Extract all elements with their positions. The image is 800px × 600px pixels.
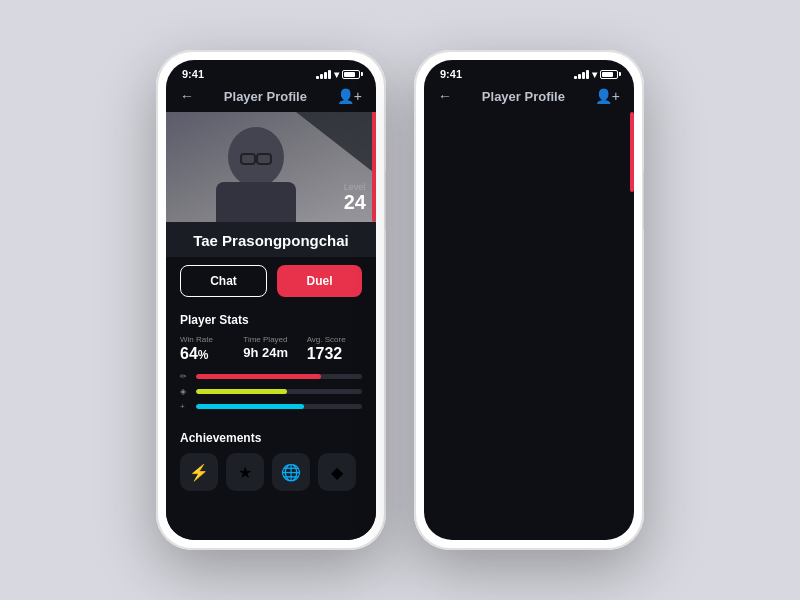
svg-rect-3 bbox=[216, 182, 296, 222]
status-icons-right: ▾ bbox=[574, 69, 618, 80]
stats-section: Player Stats Win Rate 64% Time Played 9h… bbox=[166, 305, 376, 423]
battery-icon-right bbox=[600, 70, 618, 79]
level-badge: Level 24 bbox=[344, 182, 366, 212]
star-icon: ★ bbox=[238, 463, 252, 482]
player-name: Tae Prasongpongchai bbox=[180, 232, 362, 249]
player-name-section: Tae Prasongpongchai bbox=[166, 222, 376, 257]
progress-row-defense: ◈ bbox=[180, 387, 362, 396]
back-button[interactable]: ← bbox=[180, 88, 194, 104]
right-phone-screen: 9:41 ▾ ← Player Profile bbox=[424, 60, 634, 540]
time-played-label: Time Played bbox=[243, 335, 298, 344]
achievement-layers[interactable]: ◆ bbox=[318, 453, 356, 491]
globe-icon: 🌐 bbox=[281, 463, 301, 482]
level-number: 24 bbox=[344, 192, 366, 212]
wifi-icon-right: ▾ bbox=[592, 69, 597, 80]
support-icon: + bbox=[180, 402, 190, 411]
achievements-section: Achievements ⚡ ★ 🌐 ◆ bbox=[166, 423, 376, 540]
left-phone: 9:41 ▾ ← Player Profile bbox=[156, 50, 386, 550]
battery-fill bbox=[344, 72, 355, 77]
chat-button[interactable]: Chat bbox=[180, 265, 267, 297]
signal-icon bbox=[316, 70, 331, 79]
duel-button[interactable]: Duel bbox=[277, 265, 362, 297]
defense-fill bbox=[196, 389, 287, 394]
avg-score-value: 1732 bbox=[307, 346, 362, 362]
achievement-star[interactable]: ★ bbox=[226, 453, 264, 491]
win-rate-label: Win Rate bbox=[180, 335, 235, 344]
attack-fill bbox=[196, 374, 321, 379]
time-played-value: 9h 24m bbox=[243, 346, 298, 359]
signal-icon-right bbox=[574, 70, 589, 79]
page-title: Player Profile bbox=[224, 89, 307, 104]
layers-icon: ◆ bbox=[331, 463, 343, 482]
left-phone-screen: 9:41 ▾ ← Player Profile bbox=[166, 60, 376, 540]
status-time: 9:41 bbox=[182, 68, 204, 80]
red-accent-right bbox=[630, 112, 634, 192]
status-bar-right: 9:41 ▾ bbox=[424, 60, 634, 84]
header-right: ← Player Profile 👤+ bbox=[424, 84, 634, 112]
stat-avg-score: Avg. Score 1732 bbox=[307, 335, 362, 362]
progress-row-attack: ✏ bbox=[180, 372, 362, 381]
wifi-icon: ▾ bbox=[334, 69, 339, 80]
progress-bars: ✏ ◈ + bbox=[180, 372, 362, 411]
header: ← Player Profile 👤+ bbox=[166, 84, 376, 112]
battery-fill-right bbox=[602, 72, 613, 77]
status-time-right: 9:41 bbox=[440, 68, 462, 80]
empty-content bbox=[424, 112, 634, 540]
win-rate-value: 64% bbox=[180, 346, 235, 362]
phones-container: 9:41 ▾ ← Player Profile bbox=[156, 50, 644, 550]
page-title-right: Player Profile bbox=[482, 89, 565, 104]
add-person-icon-right[interactable]: 👤+ bbox=[595, 88, 620, 104]
action-buttons: Chat Duel bbox=[166, 257, 376, 305]
achievement-lightning[interactable]: ⚡ bbox=[180, 453, 218, 491]
red-accent bbox=[372, 112, 376, 222]
status-icons: ▾ bbox=[316, 69, 360, 80]
achievements-title: Achievements bbox=[180, 431, 362, 445]
stat-time-played: Time Played 9h 24m bbox=[243, 335, 298, 362]
status-bar: 9:41 ▾ bbox=[166, 60, 376, 84]
achievement-icons: ⚡ ★ 🌐 ◆ bbox=[180, 453, 362, 491]
support-fill bbox=[196, 404, 304, 409]
attack-track bbox=[196, 374, 362, 379]
back-button-right[interactable]: ← bbox=[438, 88, 452, 104]
profile-image-area: Level 24 bbox=[166, 112, 376, 222]
add-person-icon[interactable]: 👤+ bbox=[337, 88, 362, 104]
support-track bbox=[196, 404, 362, 409]
side-button-right bbox=[643, 170, 644, 230]
lightning-icon: ⚡ bbox=[189, 463, 209, 482]
stats-row: Win Rate 64% Time Played 9h 24m Avg. Sco… bbox=[180, 335, 362, 362]
side-button bbox=[385, 170, 386, 230]
progress-row-support: + bbox=[180, 402, 362, 411]
defense-track bbox=[196, 389, 362, 394]
attack-icon: ✏ bbox=[180, 372, 190, 381]
battery-icon bbox=[342, 70, 360, 79]
avg-score-label: Avg. Score bbox=[307, 335, 362, 344]
defense-icon: ◈ bbox=[180, 387, 190, 396]
achievement-globe[interactable]: 🌐 bbox=[272, 453, 310, 491]
right-phone: 9:41 ▾ ← Player Profile bbox=[414, 50, 644, 550]
stats-title: Player Stats bbox=[180, 313, 362, 327]
stat-win-rate: Win Rate 64% bbox=[180, 335, 235, 362]
